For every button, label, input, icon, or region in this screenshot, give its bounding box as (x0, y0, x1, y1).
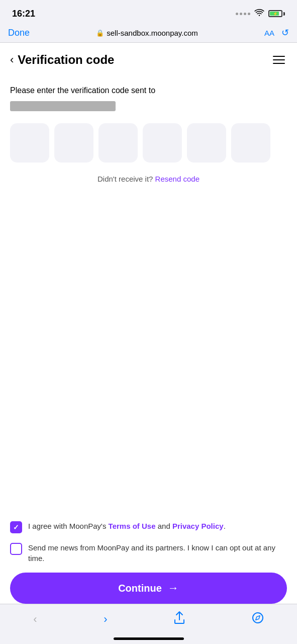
page-header: ‹ Verification code (0, 43, 297, 75)
nav-share-button[interactable] (166, 607, 193, 631)
terms-of-use-link[interactable]: Terms of Use (109, 522, 156, 530)
wifi-icon (254, 9, 264, 19)
terms-suffix: . (224, 522, 226, 530)
reload-button[interactable]: ↺ (281, 27, 289, 38)
battery-icon: ⚡ (268, 10, 285, 17)
terms-label: I agree with MoonPay's Terms of Use and … (28, 521, 226, 531)
continue-button[interactable]: Continue → (10, 573, 287, 604)
newsletter-checkbox-row: Send me news from MoonPay and its partne… (10, 542, 287, 564)
status-bar: 16:21 ⚡ (0, 0, 297, 25)
bottom-section: ✓ I agree with MoonPay's Terms of Use an… (0, 511, 297, 604)
header-left: ‹ Verification code (10, 53, 114, 67)
menu-line-1 (273, 56, 285, 57)
terms-connector: and (156, 522, 172, 530)
code-inputs (10, 123, 287, 163)
lock-icon: 🔒 (96, 29, 104, 37)
terms-checkbox-row: ✓ I agree with MoonPay's Terms of Use an… (10, 521, 287, 533)
menu-line-3 (273, 63, 285, 64)
code-input-3[interactable] (98, 123, 138, 163)
menu-line-2 (273, 59, 285, 60)
resend-row: Didn't receive it? Resend code (10, 175, 287, 183)
continue-arrow-icon: → (168, 582, 179, 595)
resend-prompt-text: Didn't receive it? (97, 175, 153, 183)
signal-dots-icon (236, 13, 250, 15)
status-time: 16:21 (12, 9, 35, 19)
code-input-2[interactable] (54, 123, 93, 163)
continue-label: Continue (118, 583, 162, 594)
newsletter-label: Send me news from MoonPay and its partne… (28, 542, 287, 564)
url-text: sell-sandbox.moonpay.com (107, 29, 197, 37)
nav-compass-button[interactable] (244, 608, 272, 631)
url-bar: 🔒 sell-sandbox.moonpay.com (96, 29, 197, 37)
nav-back-button[interactable]: ‹ (25, 609, 45, 630)
bottom-nav: ‹ › (0, 604, 297, 644)
main-content: ‹ Verification code Please enter the ver… (0, 43, 297, 596)
page-title: Verification code (18, 53, 114, 67)
terms-prefix: I agree with MoonPay's (28, 522, 109, 530)
verification-prompt: Please enter the verification code sent … (10, 85, 287, 96)
browser-bar: Done 🔒 sell-sandbox.moonpay.com AA ↺ (0, 25, 297, 43)
aa-button[interactable]: AA (264, 29, 274, 37)
terms-checkmark: ✓ (13, 523, 19, 531)
code-input-5[interactable] (187, 123, 226, 163)
menu-button[interactable] (271, 54, 287, 66)
done-button[interactable]: Done (8, 28, 30, 38)
resend-button[interactable]: Resend code (155, 175, 200, 183)
nav-forward-button[interactable]: › (95, 609, 115, 630)
newsletter-checkbox[interactable] (10, 543, 22, 555)
redacted-email (10, 101, 116, 111)
back-button[interactable]: ‹ (10, 53, 14, 66)
status-icons: ⚡ (236, 9, 285, 19)
home-indicator (114, 637, 184, 640)
browser-actions: AA ↺ (264, 27, 289, 38)
code-input-6[interactable] (231, 123, 270, 163)
verification-section: Please enter the verification code sent … (0, 75, 297, 183)
terms-checkbox[interactable]: ✓ (10, 521, 22, 533)
code-input-4[interactable] (143, 123, 182, 163)
svg-point-0 (253, 613, 263, 623)
code-input-1[interactable] (10, 123, 49, 163)
privacy-policy-link[interactable]: Privacy Policy (172, 522, 224, 530)
